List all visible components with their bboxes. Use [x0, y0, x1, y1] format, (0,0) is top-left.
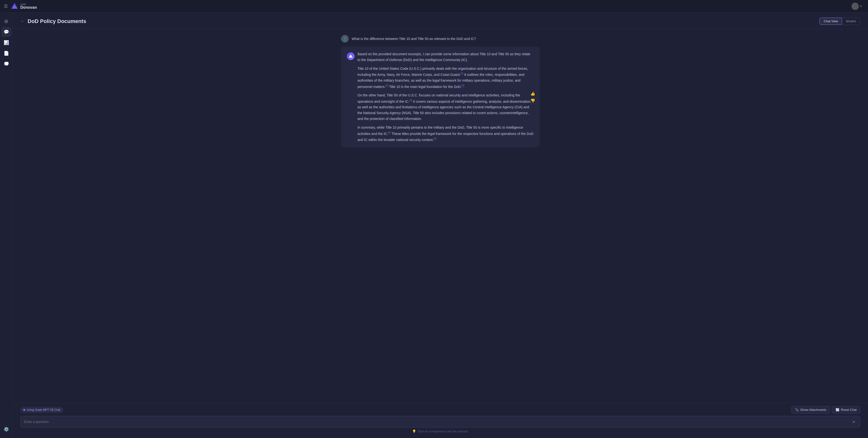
menu-icon[interactable]: ☰	[4, 4, 8, 9]
input-row: ➤	[20, 416, 860, 428]
logo-text: scale Donovan	[20, 3, 37, 9]
back-button[interactable]: ←	[20, 19, 25, 24]
reset-icon: 🔄	[836, 408, 839, 412]
bottom-actions: Using Scale MPT-7B Chat 📎 Show Attachmen…	[20, 406, 860, 413]
model-badge-dot	[23, 409, 25, 411]
topbar: ☰ scale Donovan ▼	[0, 0, 868, 12]
hint-icon: 💡	[412, 430, 416, 433]
sidebar-item-analytics[interactable]: 📊	[1, 38, 11, 48]
page-header: ← DoD Policy Documents Chat View Models	[12, 12, 868, 29]
model-label: Using Scale MPT-7B Chat	[27, 408, 60, 412]
send-button[interactable]: ➤	[851, 418, 857, 425]
ai-paragraph-4: In summary, while Title 10 primarily per…	[358, 125, 534, 143]
user-avatar	[851, 3, 859, 10]
ai-message-container[interactable]: Based on the provided document excerpts,…	[341, 46, 539, 148]
topbar-left: ☰ scale Donovan	[4, 2, 37, 10]
user-avatar-icon: 👤	[343, 37, 347, 41]
sidebar-item-grid[interactable]: ⊞	[1, 17, 11, 26]
ai-avatar	[347, 52, 354, 60]
reset-chat-button[interactable]: 🔄 Reset Chat	[832, 406, 860, 413]
bottom-bar: Using Scale MPT-7B Chat 📎 Show Attachmen…	[12, 403, 868, 438]
main-content: ← DoD Policy Documents Chat View Models …	[12, 12, 868, 438]
sidebar: ⊞ 💬 📊 📄 💭 ⚙️	[0, 12, 12, 438]
cite-5: [4]	[388, 131, 391, 134]
models-button[interactable]: Models	[842, 18, 860, 25]
logo-donovan-label: Donovan	[20, 6, 37, 9]
logo-area: scale Donovan	[11, 2, 37, 10]
cite-3: [3]	[462, 84, 464, 87]
ai-paragraph-1: Based on the provided document excerpts,…	[358, 51, 534, 63]
page-header-left: ← DoD Policy Documents	[20, 18, 86, 25]
view-toggle: Chat View Models	[819, 18, 860, 25]
chat-view-button[interactable]: Chat View	[819, 18, 842, 25]
svg-marker-2	[349, 54, 352, 58]
document-icon: 📄	[4, 51, 9, 56]
ai-text-content: Based on the provided document excerpts,…	[358, 51, 534, 143]
chevron-down-icon: ▼	[860, 5, 862, 7]
cite-2: [2]	[385, 84, 388, 87]
cite-4: [4]	[409, 99, 412, 102]
settings-icon: ⚙️	[4, 427, 9, 432]
bottom-buttons: 📎 Show Attachments 🔄 Reset Chat	[791, 406, 860, 413]
page-title: DoD Policy Documents	[28, 18, 86, 25]
feedback-icons: 👍 👎	[530, 91, 536, 103]
chat-area: 👤 What is the difference between Title 1…	[12, 29, 868, 403]
cite-1: [1]	[461, 72, 463, 75]
user-message-text: What is the difference between Title 10 …	[352, 35, 476, 41]
user-dropdown[interactable]: ▼	[849, 2, 864, 11]
donovan-logo-icon	[11, 2, 19, 10]
topbar-right: ▼	[849, 2, 864, 11]
feedback-icon: 💭	[4, 61, 9, 67]
grid-icon: ⊞	[4, 19, 8, 24]
show-attachments-button[interactable]: 📎 Show Attachments	[791, 406, 830, 413]
ai-paragraph-2: Title 10 of the United States Code (U.S.…	[358, 66, 534, 90]
analytics-icon: 📊	[4, 40, 9, 45]
ai-paragraph-3: On the other hand, Title 50 of the U.S.C…	[358, 93, 534, 122]
thumbs-down-button[interactable]: 👎	[530, 98, 536, 103]
sidebar-item-settings[interactable]: ⚙️	[1, 425, 11, 434]
footer-hint: 💡 Click on a response to see the sources…	[20, 428, 860, 435]
thumbs-up-button[interactable]: 👍	[530, 91, 536, 96]
cite-6: [3]	[434, 137, 436, 140]
sidebar-item-chat[interactable]: 💬	[1, 27, 11, 37]
chat-input[interactable]	[24, 420, 851, 424]
model-badge: Using Scale MPT-7B Chat	[20, 407, 63, 413]
ai-message-header: Based on the provided document excerpts,…	[347, 51, 534, 143]
chat-icon: 💬	[4, 29, 9, 35]
attachment-icon: 📎	[795, 408, 799, 412]
user-avatar-small: 👤	[341, 35, 349, 43]
user-message: 👤 What is the difference between Title 1…	[341, 35, 539, 43]
ai-message-block: Based on the provided document excerpts,…	[341, 46, 539, 148]
logo-scale-label: scale	[20, 3, 37, 6]
sidebar-item-feedback[interactable]: 💭	[1, 59, 11, 69]
sidebar-item-documents[interactable]: 📄	[1, 49, 11, 58]
